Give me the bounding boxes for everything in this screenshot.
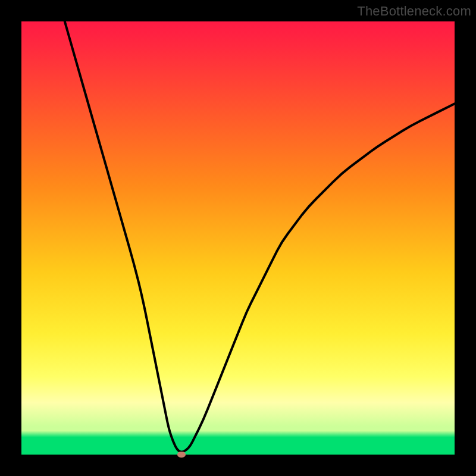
chart-frame: TheBottleneck.com [0, 0, 476, 476]
optimal-point-marker [177, 452, 186, 458]
plot-area [21, 21, 455, 455]
bottleneck-curve [21, 21, 455, 455]
watermark-text: TheBottleneck.com [357, 4, 471, 19]
